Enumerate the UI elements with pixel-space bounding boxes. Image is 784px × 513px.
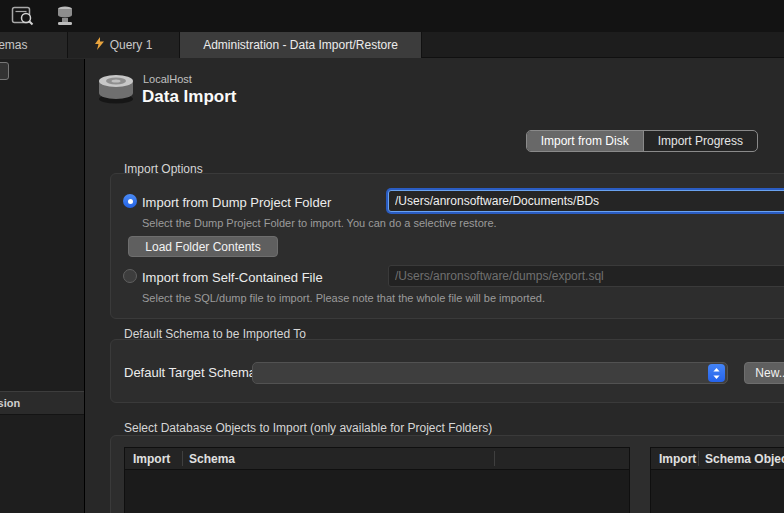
tab-administration-label: Administration - Data Import/Restore [203,38,398,52]
default-target-schema-dropdown[interactable] [252,362,728,384]
load-folder-contents-button[interactable]: Load Folder Contents [128,236,278,257]
hostname-label: LocalHost [143,73,192,85]
column-divider [698,451,699,466]
sidebar-partial-icon [0,62,9,80]
objects-section-title: Select Database Objects to Import (only … [124,421,492,435]
column-divider [494,451,495,466]
schemas-table-body[interactable] [125,470,629,513]
tab-schemas[interactable]: Schemas [0,32,68,58]
tab-import-from-disk[interactable]: Import from Disk [527,131,643,151]
tab-schemas-label: Schemas [0,38,28,52]
schemas-header-import[interactable]: Import [133,452,170,466]
folder-radio-label[interactable]: Import from Dump Project Folder [142,195,331,210]
folder-help-text: Select the Dump Project Folder to import… [142,217,497,229]
session-label: Session [0,397,20,409]
default-target-schema-label: Default Target Schema: [124,365,260,380]
schemas-table-header: Import Schema [125,448,629,470]
tab-query1[interactable]: Query 1 [68,32,180,58]
objects-header-import[interactable]: Import [659,452,696,466]
schema-objects-table-body[interactable] [651,470,784,513]
sidebar: Session [0,59,85,513]
tab-bar: Schemas Query 1 Administration - Data Im… [0,32,784,58]
top-toolbar [0,0,784,32]
import-options-title: Import Options [124,162,203,176]
page-title: Data Import [142,87,236,107]
tab-import-progress[interactable]: Import Progress [643,131,757,151]
data-import-disk-icon [95,68,137,110]
schema-objects-table: Import Schema Objects [650,447,784,513]
file-radio[interactable] [123,269,137,283]
main-content: LocalHost Data Import Import from Disk I… [85,59,784,513]
file-help-text: Select the SQL/dump file to import. Plea… [142,292,545,304]
tab-administration[interactable]: Administration - Data Import/Restore [180,32,422,58]
dropdown-stepper-icon [708,364,725,382]
file-path-input[interactable] [388,265,784,287]
schemas-header-schema[interactable]: Schema [189,452,235,466]
default-schema-title: Default Schema to be Imported To [124,327,306,341]
folder-radio[interactable] [123,194,137,208]
folder-path-input[interactable] [388,190,784,212]
schemas-table: Import Schema [124,447,630,513]
column-divider [182,451,183,466]
file-radio-label[interactable]: Import from Self-Contained File [142,270,323,285]
tab-query1-label: Query 1 [110,38,153,52]
import-view-segmented-control: Import from Disk Import Progress [526,130,758,152]
server-stack-icon[interactable] [52,4,78,28]
schema-objects-table-header: Import Schema Objects [651,448,784,470]
new-schema-button[interactable]: New... [744,362,784,384]
sql-editor-icon[interactable] [10,4,36,28]
objects-header-schema-objects[interactable]: Schema Objects [705,452,784,466]
sidebar-section-session[interactable]: Session [0,391,84,415]
lightning-icon [95,37,104,53]
